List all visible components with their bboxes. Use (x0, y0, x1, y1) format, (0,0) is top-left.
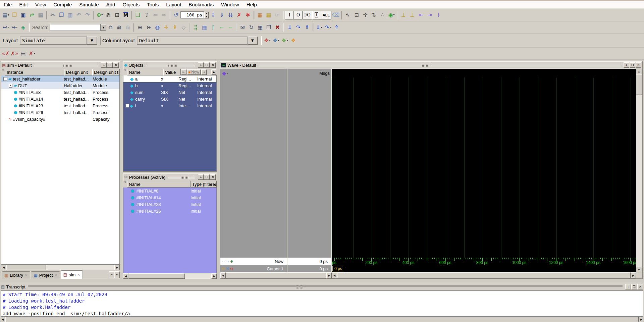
funnel-icon[interactable]: ▼ (123, 69, 127, 75)
expand-expander-icon[interactable]: + (9, 84, 12, 88)
transcript-log[interactable]: # Start time: 09:49:49 on Jul 07,2023# L… (1, 290, 643, 317)
panel-add-button[interactable]: + (198, 62, 204, 68)
hold-hand-icon[interactable]: ☞ (273, 11, 282, 19)
column-header-name[interactable]: Name (127, 181, 191, 187)
scroll-right-icon[interactable]: ▶ (326, 272, 332, 278)
collapse-expander-icon[interactable]: - (3, 77, 7, 81)
chevron-down-icon[interactable]: ▼ (248, 37, 258, 45)
open-folder-icon[interactable]: ❒ (10, 11, 19, 19)
expand-expander-icon[interactable]: + (125, 104, 129, 108)
tab-scroll-left-icon[interactable]: ◂ (109, 271, 114, 278)
prev-process-icon[interactable]: ↩▾ (1, 23, 10, 32)
expand-hierarchy-icon[interactable]: ⊞ (113, 11, 121, 19)
zoom-cursor-icon[interactable]: ✛ (162, 23, 170, 32)
now-add-icon[interactable]: ⊕ (230, 259, 233, 264)
next-transition-icon[interactable]: ⇥ (425, 11, 434, 19)
panel-add-button[interactable]: + (101, 62, 107, 68)
wave-signal-names-area[interactable] (220, 77, 287, 258)
spin-up-icon[interactable]: ▲ (204, 12, 209, 15)
panel-undock-button[interactable]: ❐ (204, 62, 210, 68)
compare-diff-icon[interactable]: ▦ (200, 23, 209, 32)
spin-down-icon[interactable]: ▼ (204, 15, 209, 18)
run-all-icon[interactable]: ⇊ (226, 11, 235, 19)
wave-signal-values-area[interactable] (287, 77, 332, 258)
new-file-icon[interactable]: ▤▾ (1, 11, 10, 19)
menu-file[interactable]: File (0, 1, 15, 9)
close-icon[interactable]: ✕ (77, 273, 80, 277)
menu-layout[interactable]: Layout (162, 1, 185, 9)
tab-project[interactable]: ▦Project✕ (31, 271, 60, 279)
column-header-type-filtered-[interactable]: Type (filtered) (191, 181, 217, 187)
panel-drag-handle[interactable] (259, 64, 621, 66)
print-icon[interactable]: ▦ (36, 11, 45, 19)
insert-cursor-icon[interactable]: ⊥ (399, 11, 408, 19)
zoom-range-icon[interactable]: ◇ (179, 23, 188, 32)
next-edge-button[interactable]: ⇥ (201, 69, 207, 75)
panel-close-button[interactable]: ✕ (113, 62, 119, 68)
process-row--INITIAL-26[interactable]: ●#INITIAL#26Initial (123, 208, 216, 214)
now-edit-icon[interactable]: ▱ (222, 259, 224, 264)
column-header-design-unit-t[interactable]: Design unit t (92, 69, 120, 75)
prev-transition-icon[interactable]: ⇤ (417, 11, 425, 19)
window-restore-icon[interactable]: ❖ (289, 36, 298, 45)
tab-sim[interactable]: ▤sim✕ (61, 270, 83, 279)
panel-add-button[interactable]: + (625, 284, 631, 289)
panel-close-button[interactable]: ✕ (210, 174, 216, 180)
scrollbar-thumb[interactable] (226, 272, 326, 278)
tree-row--INITIAL-26[interactable]: ●#INITIAL#26test_halfad...Process (1, 109, 119, 116)
filter-output-button[interactable]: O (294, 11, 303, 19)
zoom-last-icon[interactable]: ⇞ (170, 23, 179, 32)
checkpoint-icon[interactable]: ▦ (256, 11, 264, 19)
scroll-right-icon[interactable]: ▶ (114, 265, 120, 270)
run-continue-icon[interactable]: ⇓ (217, 11, 226, 19)
run-length-field-spinner[interactable]: ▲▼ (204, 12, 209, 18)
menu-add[interactable]: Add (103, 1, 119, 9)
scroll-left-icon[interactable]: ◀ (1, 265, 6, 270)
scrollbar-thumb[interactable] (636, 74, 642, 95)
funnel-icon[interactable]: ▼ (123, 181, 127, 187)
panel-undock-button[interactable]: ❐ (630, 62, 635, 68)
scroll-left-icon[interactable]: ◀ (0, 317, 5, 322)
column-header-name[interactable]: Name (127, 69, 163, 75)
edit-mode-icon[interactable]: ∴ (378, 11, 387, 19)
tab-library[interactable]: ▥Library✕ (2, 271, 30, 279)
prev-message-icon[interactable]: ⇑ (303, 23, 311, 32)
wave-add-signal-button[interactable]: ◆ ▾ (222, 69, 228, 77)
columnlayout-combobox-value[interactable]: Default (137, 37, 248, 45)
filter-all-button[interactable]: ALL (321, 11, 331, 19)
process-row--INITIAL-23[interactable]: ●#INITIAL#23Initial (123, 201, 216, 208)
run-icon[interactable]: ↧ (209, 11, 217, 19)
search-input[interactable] (50, 24, 101, 31)
tree-row--INITIAL-8[interactable]: ●#INITIAL#8test_halfad...Process (1, 89, 119, 96)
wave-cursor-track[interactable]: 0 ps (332, 265, 636, 272)
scrollbar-thumb[interactable] (5, 317, 639, 322)
more-columns-button[interactable]: ▶ (211, 69, 216, 75)
scroll-right-icon[interactable]: ▶ (639, 317, 644, 322)
object-row-sum[interactable]: ◆sumStXNetInternal (123, 89, 216, 96)
paste-icon[interactable]: ▥ (66, 11, 74, 19)
panel-drag-handle[interactable] (28, 285, 623, 288)
signal-ungroup-icon[interactable]: ⌐ (217, 23, 226, 32)
wave-names-scrollbar[interactable]: ◀ ▶ (220, 272, 332, 278)
menu-compile[interactable]: Compile (50, 1, 75, 9)
close-icon[interactable]: ✕ (25, 273, 28, 277)
scroll-up-icon[interactable]: ▲ (636, 69, 642, 74)
scrollbar-thumb[interactable] (337, 272, 631, 278)
scrollbar-thumb[interactable] (6, 265, 46, 270)
modelsim-icon[interactable]: M (121, 11, 130, 19)
wrap-bookmark-icon[interactable]: ↷▾ (323, 23, 332, 32)
compare-run-icon[interactable]: ⣿ (191, 23, 200, 32)
tree-row--vsim-capacity-[interactable]: ∿#vsim_capacity#Capacity (1, 116, 119, 122)
restart-icon[interactable]: ↺ (172, 11, 180, 19)
object-row-i[interactable]: +◆ixInte...Internal (123, 102, 216, 109)
redo-icon[interactable]: ↷ (83, 11, 92, 19)
cursor-mode-icon[interactable]: ⇅ (370, 11, 378, 19)
search-next-icon[interactable]: ⋒ (106, 23, 115, 32)
sim-horizontal-scrollbar[interactable]: ◀ ▶ (1, 265, 120, 270)
transcript-panel-header[interactable]: ▤ Transcript +❐✕ (0, 283, 644, 290)
cut-icon[interactable]: ✂ (48, 11, 57, 19)
transcript-horizontal-scrollbar[interactable]: ◀ ▶ (0, 317, 644, 322)
back-icon[interactable]: ⇦ (151, 11, 160, 19)
panel-close-button[interactable]: ✕ (636, 62, 641, 68)
scroll-left-icon[interactable]: ◀ (220, 272, 226, 278)
